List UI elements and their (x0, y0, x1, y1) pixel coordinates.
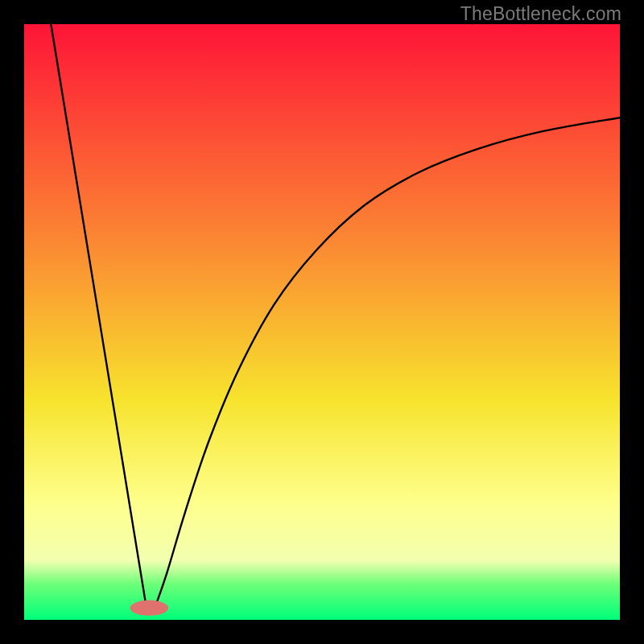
plot-area (24, 24, 620, 620)
bottleneck-chart (24, 24, 620, 620)
minimum-marker (130, 601, 168, 616)
chart-frame: { "watermark": "TheBottleneck.com", "col… (0, 0, 644, 644)
gradient-background (24, 24, 620, 620)
watermark-text: TheBottleneck.com (460, 3, 621, 25)
